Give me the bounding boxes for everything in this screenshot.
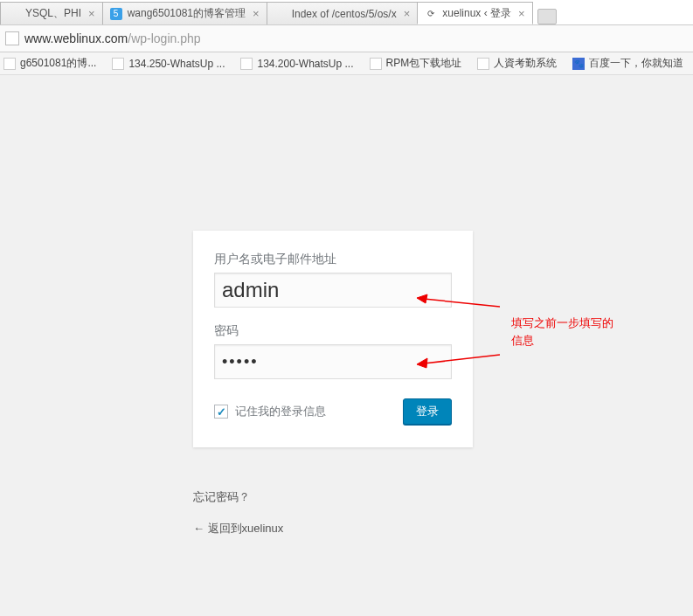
browser-tab-bar: YSQL、PHI × 5 wang6501081的博客管理 × Index of… bbox=[0, 0, 693, 24]
bookmark-item[interactable]: 134.250-WhatsUp ... bbox=[112, 58, 225, 70]
bookmark-label: g6501081的博... bbox=[20, 56, 96, 71]
username-label: 用户名或电子邮件地址 bbox=[214, 252, 452, 267]
bookmark-label: 人資考勤系统 bbox=[494, 56, 557, 71]
bookmark-label: 134.200-WhatsUp ... bbox=[257, 58, 353, 70]
page-icon bbox=[274, 8, 287, 20]
login-form: 用户名或电子邮件地址 密码 ✓ 记住我的登录信息 登录 bbox=[193, 231, 473, 447]
remember-label: 记住我的登录信息 bbox=[235, 404, 326, 419]
site-icon bbox=[5, 31, 19, 45]
bookmark-label: 百度一下，你就知道 bbox=[589, 56, 683, 71]
bookmark-label: RPM包下载地址 bbox=[386, 56, 462, 71]
login-nav-links: 忘记密码？ ← 返回到xuelinux bbox=[193, 489, 283, 552]
address-bar: www.weblinux.com/wp-login.php bbox=[0, 24, 693, 52]
bookmarks-bar: g6501081的博... 134.250-WhatsUp ... 134.20… bbox=[0, 52, 693, 75]
remember-me[interactable]: ✓ 记住我的登录信息 bbox=[214, 404, 326, 419]
browser-tab[interactable]: 5 wang6501081的博客管理 × bbox=[102, 2, 267, 24]
browser-tab[interactable]: Index of /centos/5/os/x × bbox=[267, 2, 419, 24]
browser-tab-active[interactable]: ⟳ xuelinux ‹ 登录 × bbox=[417, 2, 532, 24]
bookmark-item[interactable]: 🐾百度一下，你就知道 bbox=[572, 56, 683, 71]
annotation-arrow bbox=[417, 353, 504, 370]
page-icon bbox=[112, 58, 124, 70]
svg-marker-1 bbox=[417, 294, 427, 303]
loading-icon: ⟳ bbox=[425, 7, 437, 19]
back-to-site-link[interactable]: ← 返回到xuelinux bbox=[193, 521, 283, 536]
svg-line-2 bbox=[424, 355, 500, 363]
annotation-arrow bbox=[417, 292, 504, 309]
forgot-password-link[interactable]: 忘记密码？ bbox=[193, 489, 283, 505]
close-icon[interactable]: × bbox=[88, 7, 95, 20]
login-button[interactable]: 登录 bbox=[403, 398, 452, 425]
page-icon bbox=[240, 58, 253, 70]
page-icon bbox=[477, 58, 489, 70]
tab-title: xuelinux ‹ 登录 bbox=[442, 6, 511, 21]
page-content: 用户名或电子邮件地址 密码 ✓ 记住我的登录信息 登录 忘记密码？ ← 返回到x… bbox=[0, 75, 693, 616]
url-field[interactable]: www.weblinux.com/wp-login.php bbox=[24, 31, 201, 45]
tab-title: wang6501081的博客管理 bbox=[128, 6, 246, 21]
baidu-icon: 🐾 bbox=[572, 58, 585, 70]
tab-title: YSQL、PHI bbox=[25, 6, 81, 21]
close-icon[interactable]: × bbox=[404, 7, 411, 20]
svg-marker-3 bbox=[417, 358, 427, 368]
tab-title: Index of /centos/5/os/x bbox=[292, 8, 397, 20]
bookmark-item[interactable]: g6501081的博... bbox=[3, 56, 96, 71]
url-path: /wp-login.php bbox=[128, 31, 200, 45]
page-icon bbox=[3, 58, 16, 70]
checkbox-icon[interactable]: ✓ bbox=[214, 405, 228, 419]
bookmark-item[interactable]: 人資考勤系统 bbox=[477, 56, 557, 71]
page-icon bbox=[370, 58, 382, 70]
page-icon bbox=[8, 8, 20, 20]
bookmark-label: 134.250-WhatsUp ... bbox=[128, 58, 225, 70]
password-label: 密码 bbox=[214, 323, 452, 339]
close-icon[interactable]: × bbox=[518, 7, 525, 20]
browser-tab[interactable]: YSQL、PHI × bbox=[0, 2, 103, 24]
bookmark-item[interactable]: 134.200-WhatsUp ... bbox=[240, 58, 353, 70]
close-icon[interactable]: × bbox=[253, 7, 260, 20]
url-host: www.weblinux.com bbox=[24, 31, 128, 45]
page-icon: 5 bbox=[110, 8, 122, 20]
bookmark-item[interactable]: RPM包下载地址 bbox=[370, 56, 462, 71]
svg-line-0 bbox=[424, 299, 500, 307]
new-tab-button[interactable] bbox=[537, 9, 557, 24]
annotation-text: 填写之前一步填写的 信息 bbox=[511, 315, 613, 349]
